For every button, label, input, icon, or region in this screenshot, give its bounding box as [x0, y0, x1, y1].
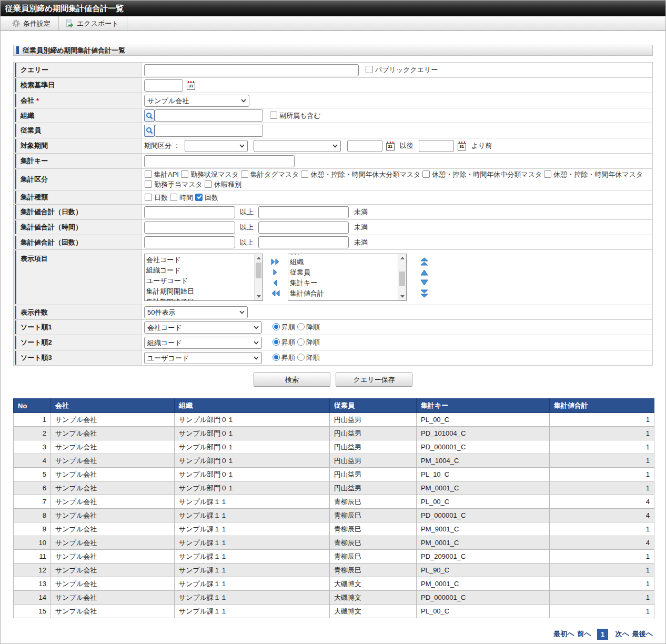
list-option[interactable]: 組織コード — [146, 265, 263, 276]
move-top-icon[interactable] — [420, 257, 428, 266]
sort1-desc-radio[interactable] — [297, 323, 305, 330]
sort2-asc-radio-label[interactable]: 昇順 — [273, 338, 295, 347]
agg-kubun-checkbox[interactable] — [145, 170, 152, 178]
pagination: 最初へ 前へ 1 次へ 最後へ — [13, 629, 653, 640]
agg-kubun-checkbox-label[interactable]: 休憩・控除・時間年休マスタ — [544, 170, 643, 178]
calendar-icon[interactable]: 31 — [458, 142, 466, 150]
move-all-left-icon[interactable] — [271, 290, 280, 297]
agg-kubun-checkbox[interactable] — [544, 170, 551, 178]
organization-search-button[interactable] — [144, 109, 155, 122]
sort2-asc-radio[interactable] — [273, 338, 280, 346]
form-row-period: 対象期間 期間区分 ： 31 以後 31 より前 — [14, 138, 652, 154]
sort2-desc-radio[interactable] — [297, 338, 305, 346]
move-left-icon[interactable] — [271, 279, 280, 286]
sort3-desc-radio[interactable] — [297, 354, 305, 361]
agg-type-checkbox[interactable] — [145, 194, 152, 201]
sort3-asc-radio-label[interactable]: 昇順 — [273, 353, 295, 363]
period-name-select[interactable] — [254, 140, 341, 152]
move-bottom-icon[interactable] — [420, 289, 428, 298]
agg-type-checkbox-label[interactable]: 回数 — [195, 194, 218, 202]
selected-items-list[interactable]: 会社組織従業員集計キー集計値合計 — [288, 254, 407, 301]
table-cell: サンプル部門０１ — [175, 413, 330, 427]
agg-kubun-checkbox-label[interactable]: 勤務状況マスタ — [181, 170, 239, 178]
sort1-select[interactable]: 会社コード — [144, 321, 262, 334]
export-button[interactable]: エクスポート — [59, 16, 127, 31]
search-button[interactable]: 検索 — [254, 373, 330, 387]
agg-kubun-checkbox[interactable] — [205, 180, 212, 188]
total-days-min-input[interactable] — [144, 206, 235, 218]
list-option[interactable]: 組織 — [290, 257, 406, 267]
agg-kubun-checkbox[interactable] — [301, 170, 308, 178]
list-option[interactable]: 集計期間終了日 — [146, 297, 263, 301]
list-option[interactable]: 集計キー — [290, 278, 406, 288]
sort1-asc-radio[interactable] — [273, 323, 280, 330]
move-down-icon[interactable] — [420, 279, 428, 286]
query-input[interactable] — [144, 64, 359, 76]
sort1-desc-radio-label[interactable]: 降順 — [297, 323, 320, 332]
agg-kubun-checkbox[interactable] — [241, 170, 248, 178]
public-query-checkbox[interactable] — [366, 66, 373, 73]
move-up-icon[interactable] — [420, 269, 428, 276]
table-cell: 1 — [550, 550, 654, 564]
sort1-asc-radio-label[interactable]: 昇順 — [273, 323, 295, 332]
save-query-button[interactable]: クエリー保存 — [336, 373, 412, 387]
period-from-input[interactable] — [347, 140, 382, 152]
pagination-next[interactable]: 次へ — [615, 630, 629, 638]
agg-kubun-checkbox-label[interactable]: 休暇種別 — [205, 180, 241, 188]
sort2-desc-radio-label[interactable]: 降順 — [297, 338, 320, 347]
agg-kubun-checkbox[interactable] — [181, 170, 188, 178]
sort2-select[interactable]: 組織コード — [144, 337, 262, 349]
scrollbar[interactable] — [254, 254, 263, 300]
organization-input[interactable] — [155, 109, 263, 122]
sort3-desc-radio-label[interactable]: 降順 — [297, 353, 320, 363]
move-right-icon[interactable] — [271, 269, 280, 276]
employee-input[interactable] — [155, 125, 263, 137]
agg-type-checkbox-label[interactable]: 時間 — [170, 194, 193, 202]
period-kubun-select[interactable] — [185, 140, 248, 152]
agg-kubun-checkbox-label[interactable]: 休憩・控除・時間年休中分類マスタ — [422, 170, 542, 178]
period-to-input[interactable] — [419, 140, 454, 152]
move-all-right-icon[interactable] — [271, 258, 280, 265]
sort3-asc-radio[interactable] — [273, 354, 280, 361]
agg-key-input[interactable] — [144, 155, 295, 167]
pagination-first[interactable]: 最初へ — [553, 630, 574, 638]
display-count-select[interactable]: 50件表示 — [144, 306, 248, 318]
agg-kubun-checkbox-label[interactable]: 集計API — [145, 170, 179, 178]
list-option[interactable]: 集計期間開始日 — [146, 286, 263, 297]
table-cell: 1 — [550, 522, 654, 536]
public-query-checkbox-label[interactable]: パブリッククエリー — [366, 65, 438, 75]
agg-kubun-checkbox[interactable] — [145, 180, 152, 188]
settings-button[interactable]: 条件設定 — [6, 16, 59, 31]
agg-kubun-checkbox-label[interactable]: 集計タグマスタ — [241, 170, 299, 178]
agg-type-checkbox-label[interactable]: 日数 — [145, 194, 168, 202]
total-hours-max-input[interactable] — [258, 222, 349, 234]
list-option[interactable]: 会社コード — [146, 255, 263, 265]
total-count-min-input[interactable] — [144, 236, 235, 248]
available-items-list[interactable]: 会社コード組織コードユーザコード集計期間開始日集計期間終了日 — [144, 254, 263, 301]
form-row-organization: 組織 副所属も含む — [14, 108, 652, 123]
base-date-input[interactable] — [144, 79, 183, 92]
calendar-icon[interactable]: 31 — [187, 81, 195, 90]
total-days-max-input[interactable] — [258, 206, 349, 218]
scrollbar[interactable] — [398, 254, 406, 300]
employee-search-button[interactable] — [144, 125, 155, 137]
base-date-label: 検索基準日 — [21, 80, 55, 90]
list-option[interactable]: 集計値合計 — [290, 288, 406, 299]
agg-type-checkbox[interactable] — [195, 194, 203, 201]
agg-kubun-checkbox[interactable] — [422, 170, 430, 178]
agg-type-checkbox[interactable] — [170, 194, 177, 201]
sub-org-checkbox-label[interactable]: 副所属も含む — [270, 111, 321, 120]
total-count-max-input[interactable] — [258, 236, 349, 248]
pagination-last[interactable]: 最後へ — [632, 630, 653, 638]
agg-kubun-checkbox-label[interactable]: 勤務手当マスタ — [145, 180, 203, 188]
pagination-current-page[interactable]: 1 — [597, 629, 608, 640]
company-select[interactable]: サンプル会社 — [144, 95, 249, 107]
pagination-prev[interactable]: 前へ — [577, 630, 591, 638]
sort3-select[interactable]: ユーザコード — [144, 352, 262, 364]
calendar-icon[interactable]: 31 — [386, 142, 395, 150]
agg-kubun-checkbox-label[interactable]: 休憩・控除・時間年休大分類マスタ — [301, 170, 420, 178]
list-option[interactable]: ユーザコード — [146, 276, 263, 286]
total-hours-min-input[interactable] — [144, 222, 235, 234]
list-option[interactable]: 従業員 — [290, 267, 406, 278]
sub-org-checkbox[interactable] — [270, 112, 277, 119]
